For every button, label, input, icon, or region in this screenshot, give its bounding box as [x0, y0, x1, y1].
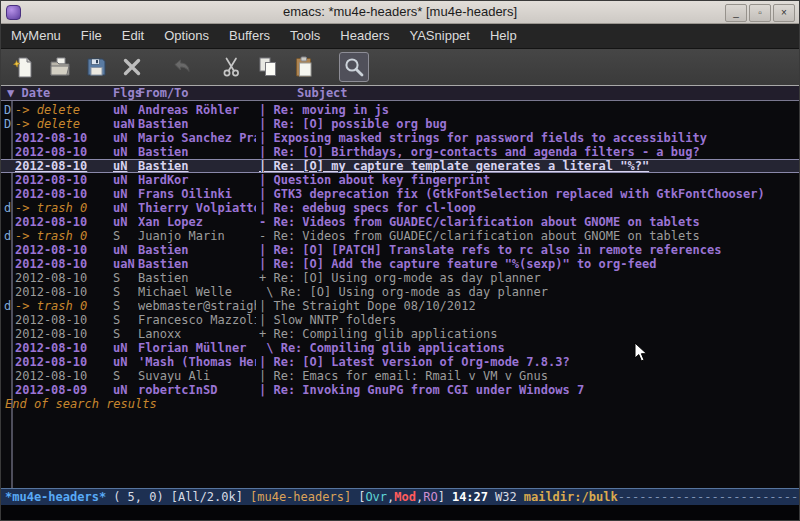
message-row[interactable]: d-> trash 0uNThierry Volpiatto| Re: edeb…: [1, 201, 799, 215]
message-row[interactable]: 2012-08-10uNFlorian Müllner \ Re: Compil…: [1, 341, 799, 355]
message-flags: uN: [113, 145, 127, 159]
menu-file[interactable]: File: [71, 24, 112, 48]
mark-char: D: [4, 103, 11, 117]
status-close-bracket: ]: [438, 490, 445, 504]
mode-line[interactable]: *mu4e-headers* ( 5, 0) [All/2.0k] [mu4e-…: [1, 488, 799, 505]
modeline-time: 14:27: [452, 490, 488, 504]
message-from: Thierry Volpiatto: [138, 201, 256, 215]
menu-edit[interactable]: Edit: [112, 24, 154, 48]
sort-column-date[interactable]: ▼ Date: [7, 86, 50, 100]
message-row[interactable]: 2012-08-10uN'Mash (Thomas Herbert)| Re: …: [1, 355, 799, 369]
message-row[interactable]: 2012-08-10uNBastien| Re: [O] Birthdays, …: [1, 145, 799, 159]
close-buffer-button[interactable]: [117, 52, 147, 82]
message-row[interactable]: D-> deleteuNAndreas Röhler| Re: moving i…: [1, 103, 799, 117]
message-date: 2012-08-10: [15, 355, 87, 369]
message-subject: | Slow NNTP folders: [259, 313, 799, 327]
minimize-button[interactable]: _: [725, 4, 747, 22]
modeline-major-mode: [mu4e-headers]: [250, 490, 351, 504]
message-date: 2012-08-10: [15, 215, 87, 229]
message-flags: S: [113, 327, 120, 341]
message-flags: uN: [113, 383, 127, 397]
message-row[interactable]: D-> deleteuaNBastien| Re: [O] possible o…: [1, 117, 799, 131]
mark-char: d: [4, 201, 11, 215]
message-from: Bastien: [138, 257, 256, 271]
save-buffer-button[interactable]: [81, 52, 111, 82]
message-date: 2012-08-10: [15, 271, 87, 285]
cut-button[interactable]: [217, 52, 247, 82]
message-subject: | Re: [O] possible org bug: [259, 117, 799, 131]
message-date: 2012-08-10: [15, 145, 87, 159]
modeline-size: [All/2.0k]: [171, 490, 243, 504]
message-row[interactable]: 2012-08-10uaNBastien| Re: [O] Add the ca…: [1, 257, 799, 271]
message-flags: uN: [113, 187, 127, 201]
modeline-filler: ----------------------------------------…: [618, 490, 799, 504]
message-row[interactable]: 2012-08-09uNrobertcInSD| Re: Invoking Gn…: [1, 383, 799, 397]
message-from: Xan Lopez: [138, 215, 256, 229]
message-from: Francesco Mazzoli: [138, 313, 256, 327]
menu-options[interactable]: Options: [154, 24, 219, 48]
message-date: 2012-08-10: [15, 285, 87, 299]
message-subject: | Re: [O] my capture template generates …: [259, 159, 799, 173]
mark-char: D: [4, 117, 11, 131]
message-subject: | Re: moving in js: [259, 103, 799, 117]
message-date: 2012-08-10: [15, 369, 87, 383]
menu-yasnippet[interactable]: YASnippet: [399, 24, 479, 48]
mark-action: -> trash 0: [15, 229, 87, 243]
message-date: 2012-08-10: [15, 257, 87, 271]
mark-action: -> delete: [15, 103, 80, 117]
modeline-buffer-name: *mu4e-headers*: [5, 490, 106, 504]
message-subject: | Re: [O] Birthdays, org-contacts and ag…: [259, 145, 799, 159]
message-row[interactable]: 2012-08-10uNBastien| Re: [O] my capture …: [1, 159, 799, 173]
message-date: 2012-08-10: [15, 327, 87, 341]
open-file-button[interactable]: [45, 52, 75, 82]
close-button[interactable]: ×: [773, 4, 795, 22]
message-from: webmaster@straightd...: [138, 299, 256, 313]
copy-button[interactable]: [253, 52, 283, 82]
save-buffer-icon: [84, 55, 108, 79]
undo-button[interactable]: [167, 52, 197, 82]
message-row[interactable]: 2012-08-10SLanoxx+ Re: Compiling glib ap…: [1, 327, 799, 341]
mark-action: -> trash 0: [15, 201, 87, 215]
message-row[interactable]: 2012-08-10SSuvayu Ali| Re: Emacs for ema…: [1, 369, 799, 383]
message-flags: uN: [113, 355, 127, 369]
message-subject: | Re: [O] Add the capture feature "%(sex…: [259, 257, 799, 271]
message-row[interactable]: d-> trash 0Swebmaster@straightd...| The …: [1, 299, 799, 313]
message-row[interactable]: 2012-08-10uNFrans Oilinki| GTK3 deprecat…: [1, 187, 799, 201]
menu-buffers[interactable]: Buffers: [219, 24, 280, 48]
search-button[interactable]: [339, 52, 369, 82]
message-subject: + Re: [O] Using org-mode as day planner: [259, 271, 799, 285]
menu-help[interactable]: Help: [480, 24, 527, 48]
window-controls: _ ▫ ×: [725, 4, 795, 22]
message-row[interactable]: 2012-08-10uNBastien| Re: [O] [PATCH] Tra…: [1, 243, 799, 257]
message-row[interactable]: 2012-08-10uNMario Sanchez Prada| Exposin…: [1, 131, 799, 145]
column-from[interactable]: From/To: [138, 86, 189, 100]
message-subject: \ Re: [O] Using org-mode as day planner: [259, 285, 799, 299]
menu-mymenu[interactable]: MyMenu: [1, 24, 71, 48]
paste-button[interactable]: [289, 52, 319, 82]
mark-action: -> trash 0: [15, 299, 87, 313]
new-file-button[interactable]: [9, 52, 39, 82]
message-row[interactable]: 2012-08-10uNXan Lopez- Re: Videos from G…: [1, 215, 799, 229]
message-row[interactable]: 2012-08-10SBastien+ Re: [O] Using org-mo…: [1, 271, 799, 285]
message-from: Florian Müllner: [138, 341, 256, 355]
message-date: 2012-08-10: [15, 131, 87, 145]
message-from: Suvayu Ali: [138, 369, 256, 383]
menu-tools[interactable]: Tools: [280, 24, 330, 48]
message-row[interactable]: d-> trash 0SJuanjo Marin- Re: Videos fro…: [1, 229, 799, 243]
message-row[interactable]: 2012-08-10uNHardKor| Question about key …: [1, 173, 799, 187]
emacs-frame: emacs: *mu4e-headers* [mu4e-headers] _ ▫…: [0, 0, 800, 521]
window-title: emacs: *mu4e-headers* [mu4e-headers]: [1, 1, 799, 23]
message-flags: uN: [113, 341, 127, 355]
minibuffer[interactable]: [1, 505, 799, 521]
titlebar[interactable]: emacs: *mu4e-headers* [mu4e-headers] _ ▫…: [1, 1, 799, 24]
maximize-button[interactable]: ▫: [749, 4, 771, 22]
message-flags: uN: [113, 243, 127, 257]
open-file-icon: [48, 55, 72, 79]
menu-headers[interactable]: Headers: [330, 24, 399, 48]
mark-char: d: [4, 299, 11, 313]
column-subject[interactable]: Subject: [297, 86, 348, 100]
message-row[interactable]: 2012-08-10SMichael Welle \ Re: [O] Using…: [1, 285, 799, 299]
message-subject: | Exposing masked strings for password f…: [259, 131, 799, 145]
message-row[interactable]: 2012-08-10SFrancesco Mazzoli| Slow NNTP …: [1, 313, 799, 327]
message-flags: S: [113, 313, 120, 327]
